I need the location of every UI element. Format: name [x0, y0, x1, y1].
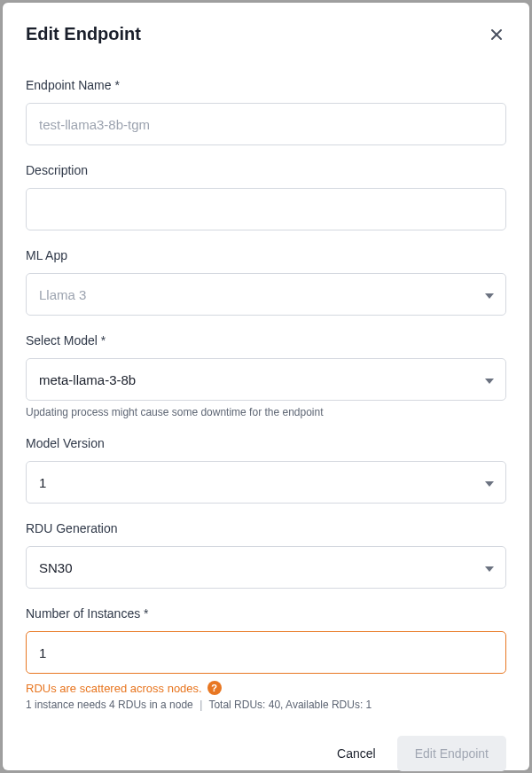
model-version-label: Model Version: [26, 436, 506, 450]
help-icon[interactable]: ?: [207, 681, 222, 695]
submit-button[interactable]: Edit Endpoint: [397, 736, 506, 771]
rdu-stats: 1 instance needs 4 RDUs in a node | Tota…: [26, 699, 506, 711]
stats-divider: |: [200, 699, 202, 711]
select-model-value: meta-llama-3-8b: [39, 372, 136, 387]
select-model-helper: Updating process might cause some downti…: [26, 406, 506, 418]
rdu-stats-part2: Total RDUs: 40, Available RDUs: 1: [208, 699, 372, 711]
close-icon: [489, 27, 505, 43]
endpoint-name-input[interactable]: [26, 103, 506, 145]
form-body: Endpoint Name * Description ML App Llama…: [26, 78, 506, 718]
modal-title: Edit Endpoint: [26, 24, 141, 44]
field-ml-app: ML App Llama 3: [26, 248, 506, 316]
field-model-version: Model Version 1: [26, 436, 506, 504]
select-model-select[interactable]: meta-llama-3-8b: [26, 358, 506, 401]
rdu-generation-select[interactable]: SN30: [26, 546, 506, 589]
modal-header: Edit Endpoint: [26, 24, 506, 44]
field-num-instances: Number of Instances * RDUs are scattered…: [26, 606, 506, 711]
field-rdu-generation: RDU Generation SN30: [26, 521, 506, 589]
num-instances-label: Number of Instances *: [26, 606, 506, 621]
close-button[interactable]: [487, 25, 506, 44]
modal-footer: Cancel Edit Endpoint: [26, 736, 506, 771]
instances-warning-text: RDUs are scattered across nodes.: [26, 682, 202, 695]
endpoint-name-label: Endpoint Name *: [26, 78, 506, 92]
edit-endpoint-modal: Edit Endpoint Endpoint Name * Descriptio…: [3, 3, 529, 770]
ml-app-label: ML App: [26, 248, 506, 262]
field-description: Description: [26, 163, 506, 230]
rdu-stats-part1: 1 instance needs 4 RDUs in a node: [26, 699, 193, 711]
num-instances-input[interactable]: [26, 631, 506, 674]
description-label: Description: [26, 163, 506, 177]
model-version-select[interactable]: 1: [26, 461, 506, 504]
rdu-generation-value: SN30: [39, 560, 73, 575]
field-select-model: Select Model * meta-llama-3-8b Updating …: [26, 333, 506, 418]
select-model-label: Select Model *: [26, 333, 506, 347]
cancel-button[interactable]: Cancel: [333, 738, 379, 769]
field-endpoint-name: Endpoint Name *: [26, 78, 506, 145]
model-version-value: 1: [39, 475, 46, 490]
instances-warning-row: RDUs are scattered across nodes. ?: [26, 681, 506, 695]
ml-app-select[interactable]: Llama 3: [26, 273, 506, 316]
ml-app-value: Llama 3: [39, 287, 86, 302]
rdu-generation-label: RDU Generation: [26, 521, 506, 535]
description-input[interactable]: [26, 188, 506, 230]
